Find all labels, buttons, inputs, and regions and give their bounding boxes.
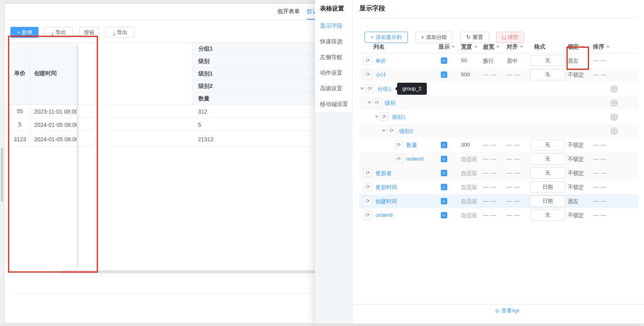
show-checkbox[interactable]: ✓ (441, 71, 447, 78)
delete-group-button[interactable] (610, 127, 618, 135)
refresh-column-icon[interactable]: ⟳ (363, 197, 372, 206)
refresh-column-icon[interactable]: ⟳ (387, 126, 396, 135)
format-select[interactable]: 无 (530, 167, 565, 179)
config-header-超宽[interactable]: 超宽 (483, 43, 500, 51)
column-header-price[interactable]: 单价 (10, 43, 30, 104)
config-header-宽度[interactable]: 宽度 (461, 43, 478, 51)
delete-group-button[interactable] (610, 113, 618, 121)
refresh-column-icon[interactable]: ⟳ (394, 155, 403, 163)
format-select[interactable]: 日期 (530, 181, 565, 193)
overflow-value: 换行 (483, 57, 494, 65)
delete-group-button[interactable] (610, 99, 618, 107)
format-select[interactable]: 无 (530, 153, 565, 165)
view-api-link[interactable]: ◎查看Api (495, 307, 519, 314)
expand-caret-icon[interactable] (360, 88, 364, 90)
config-header-label: 对齐 (507, 43, 518, 50)
export-button[interactable]: ↓导出 (45, 27, 73, 38)
reset-button[interactable]: ↻重置 (460, 32, 489, 43)
table-horizontal-scrollbar[interactable] (61, 270, 320, 273)
column-header-created-time[interactable]: 创建时间 (30, 43, 77, 104)
format-select[interactable]: 无 (530, 69, 565, 80)
overflow-value: — — (483, 184, 497, 190)
toolbar-button-label: 新增 (22, 29, 32, 35)
config-header-格式[interactable]: 格式 (534, 43, 545, 51)
tab-low-open-form[interactable]: 低开表单 (277, 8, 300, 15)
config-header-显示[interactable]: 显示 (438, 43, 455, 51)
expand-caret-icon[interactable] (375, 116, 379, 118)
config-header-列名[interactable]: 列名 (373, 43, 385, 51)
column-name-link[interactable]: 级别 (385, 100, 395, 107)
sidebar-item-高级设置[interactable]: 高级设置 (315, 81, 352, 96)
column-name-link[interactable]: orderId (375, 212, 393, 218)
refresh-column-icon[interactable]: ⟳ (394, 141, 403, 149)
column-name-link[interactable]: 分组1 (377, 86, 391, 93)
show-checkbox[interactable]: ✓ (441, 184, 447, 190)
config-row-orderId: ⟳orderId✓自适应— —— —无不锁定— — (359, 208, 638, 222)
delete-group-button[interactable] (610, 85, 618, 93)
add-display-column-button[interactable]: +添加显示列 (365, 32, 408, 43)
add-group-button[interactable]: +添加分组 (415, 32, 453, 43)
refresh-column-icon[interactable]: ⟳ (363, 56, 372, 65)
format-select[interactable]: 无 (530, 55, 565, 66)
config-header-label: 超宽 (483, 43, 494, 50)
drawer-title: 表格设置 (320, 5, 344, 12)
config-header-锁定[interactable]: 锁定 (568, 43, 585, 51)
column-name-link[interactable]: 更新时间 (375, 184, 397, 191)
expand-caret-icon[interactable] (367, 102, 371, 104)
column-name-link[interactable]: 级别2 (399, 128, 413, 135)
refresh-column-icon[interactable]: ⟳ (363, 169, 372, 177)
show-checkbox[interactable]: ✓ (441, 142, 447, 148)
sidebar-item-动作设置[interactable]: 动作设置 (315, 65, 352, 81)
config-header-排序[interactable]: 排序 (593, 43, 610, 51)
sidebar-item-移动端设置[interactable]: 移动端设置 (315, 96, 352, 112)
overflow-value: — — (483, 142, 497, 148)
column-name-link[interactable]: 更新者 (375, 170, 392, 177)
eye-icon: ◎ (495, 308, 499, 314)
config-header-label: 显示 (438, 43, 450, 50)
sort-caret-icon (496, 46, 500, 48)
refresh-column-icon[interactable]: ⟳ (365, 84, 374, 93)
lock-value: 居左 (568, 198, 579, 205)
refresh-column-icon[interactable]: ⟳ (363, 183, 372, 192)
sidebar-item-左侧导航[interactable]: 左侧导航 (315, 49, 352, 65)
config-header-对齐[interactable]: 对齐 (507, 43, 524, 51)
column-config-table: 列名显示宽度超宽对齐格式锁定排序 ⟳单价✓50换行居中无居左— —⟳小计✓500… (359, 42, 638, 222)
add-button[interactable]: + 新增 (10, 27, 39, 38)
expand-caret-icon[interactable] (382, 130, 386, 132)
show-checkbox[interactable]: ✓ (441, 57, 447, 64)
refresh-column-icon[interactable]: ⟳ (363, 70, 372, 79)
format-select[interactable]: 无 (530, 210, 565, 221)
format-select[interactable]: 无 (530, 139, 565, 151)
lock-value: 不锁定 (568, 212, 584, 219)
cell-price: 3123 (10, 131, 30, 147)
sidebar-item-显示字段[interactable]: 显示字段 (315, 18, 352, 34)
column-name-link[interactable]: 级别1 (392, 114, 406, 121)
column-name-link[interactable]: orderId (406, 156, 424, 162)
clear-button[interactable]: 清空 (496, 32, 524, 43)
column-name-link[interactable]: 小计 (375, 71, 386, 79)
sidebar-item-快速筛选[interactable]: 快速筛选 (315, 34, 352, 49)
show-checkbox[interactable]: ✓ (441, 170, 447, 176)
column-name-link[interactable]: 创建时间 (375, 198, 397, 205)
column-name-link[interactable]: 数量 (406, 142, 417, 149)
show-checkbox[interactable]: ✓ (441, 198, 447, 204)
cell-quantity: 21312 (198, 131, 214, 147)
refresh-column-icon[interactable]: ⟳ (373, 98, 381, 107)
refresh-column-icon[interactable]: ⟳ (363, 211, 372, 220)
align-value: — — (507, 198, 520, 204)
refresh-column-icon[interactable]: ⟳ (380, 112, 389, 121)
cell-quantity: 312 (198, 105, 207, 118)
trash-icon (612, 87, 616, 91)
show-checkbox[interactable]: ✓ (441, 212, 447, 218)
lock-value: 不锁定 (568, 71, 584, 79)
overflow-value: — — (483, 212, 497, 218)
lock-value: 不锁定 (568, 184, 584, 191)
download-icon: ↓ (51, 30, 54, 35)
export-button-2[interactable]: ↓导出 (106, 27, 135, 38)
generic-button[interactable]: 按钮 (79, 27, 99, 38)
scrollbar-thumb[interactable] (1, 148, 3, 202)
show-checkbox[interactable]: ✓ (441, 156, 447, 162)
format-select[interactable]: 日期 (530, 196, 565, 207)
panel-button-label: 重置 (473, 34, 483, 40)
column-name-link[interactable]: 单价 (375, 57, 386, 65)
